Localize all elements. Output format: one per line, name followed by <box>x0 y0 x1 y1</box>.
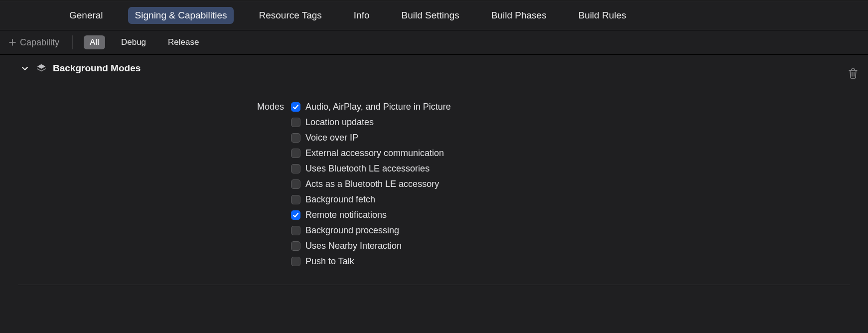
filter-release[interactable]: Release <box>162 35 205 49</box>
checkbox[interactable] <box>291 257 300 266</box>
separator <box>72 35 73 49</box>
mode-checkbox-row[interactable]: Uses Nearby Interaction <box>291 241 451 251</box>
editor-tabbar: General Signing & Capabilities Resource … <box>0 0 868 30</box>
tab-build-settings[interactable]: Build Settings <box>395 7 466 24</box>
filter-all[interactable]: All <box>84 35 105 49</box>
checkbox[interactable] <box>291 118 300 127</box>
filter-debug[interactable]: Debug <box>115 35 152 49</box>
capability-title: Background Modes <box>53 63 141 74</box>
checkbox-label: Background fetch <box>305 194 375 205</box>
mode-checkbox-row[interactable]: Background fetch <box>291 194 451 205</box>
modes-field-label: Modes <box>21 102 291 112</box>
checkbox-label: Remote notifications <box>305 210 387 220</box>
checkbox-label: External accessory communication <box>305 148 444 159</box>
mode-checkbox-row[interactable]: Acts as a Bluetooth LE accessory <box>291 179 451 189</box>
mode-checkbox-row[interactable]: External accessory communication <box>291 148 451 159</box>
checkbox[interactable] <box>291 179 300 189</box>
checkbox[interactable] <box>291 226 300 235</box>
checkbox[interactable] <box>291 133 300 143</box>
tab-build-phases[interactable]: Build Phases <box>484 7 554 24</box>
tab-general[interactable]: General <box>62 7 110 24</box>
checkbox[interactable] <box>291 210 300 220</box>
mode-checkbox-row[interactable]: Uses Bluetooth LE accessories <box>291 164 451 174</box>
checkbox[interactable] <box>291 195 300 204</box>
mode-checkbox-row[interactable]: Push to Talk <box>291 256 451 267</box>
tab-resource-tags[interactable]: Resource Tags <box>252 7 328 24</box>
capability-header[interactable]: Background Modes <box>21 63 859 74</box>
trash-icon <box>848 68 858 79</box>
mode-checkbox-row[interactable]: Remote notifications <box>291 210 451 220</box>
checkbox-label: Background processing <box>305 225 399 236</box>
tab-info[interactable]: Info <box>347 7 377 24</box>
capability-filter-bar: Capability All Debug Release <box>0 30 868 55</box>
tab-build-rules[interactable]: Build Rules <box>572 7 633 24</box>
add-capability-button[interactable]: Capability <box>9 37 59 48</box>
mode-checkbox-row[interactable]: Location updates <box>291 117 451 128</box>
checkmark-icon <box>292 212 299 218</box>
mode-checkbox-row[interactable]: Audio, AirPlay, and Picture in Picture <box>291 102 451 112</box>
tab-signing-capabilities[interactable]: Signing & Capabilities <box>128 7 234 24</box>
checkmark-icon <box>292 104 299 110</box>
checkbox-label: Audio, AirPlay, and Picture in Picture <box>305 102 451 112</box>
modes-checkbox-list: Audio, AirPlay, and Picture in PictureLo… <box>291 102 451 267</box>
checkbox-label: Push to Talk <box>305 256 354 267</box>
capability-section: Background Modes Modes Audio, AirPlay, a… <box>0 55 868 267</box>
checkbox[interactable] <box>291 149 300 158</box>
chevron-down-icon <box>21 64 29 72</box>
checkbox-label: Voice over IP <box>305 133 358 143</box>
delete-capability-button[interactable] <box>848 68 858 81</box>
checkbox[interactable] <box>291 241 300 251</box>
modes-row: Modes Audio, AirPlay, and Picture in Pic… <box>21 102 859 267</box>
checkbox[interactable] <box>291 102 300 112</box>
add-capability-label: Capability <box>20 37 59 48</box>
checkbox-label: Location updates <box>305 117 374 128</box>
checkbox[interactable] <box>291 164 300 173</box>
checkbox-label: Acts as a Bluetooth LE accessory <box>305 179 439 189</box>
checkbox-label: Uses Bluetooth LE accessories <box>305 164 430 174</box>
mode-checkbox-row[interactable]: Background processing <box>291 225 451 236</box>
section-divider <box>18 285 850 285</box>
background-modes-icon <box>36 63 47 74</box>
checkbox-label: Uses Nearby Interaction <box>305 241 402 251</box>
mode-checkbox-row[interactable]: Voice over IP <box>291 133 451 143</box>
plus-icon <box>9 39 16 46</box>
